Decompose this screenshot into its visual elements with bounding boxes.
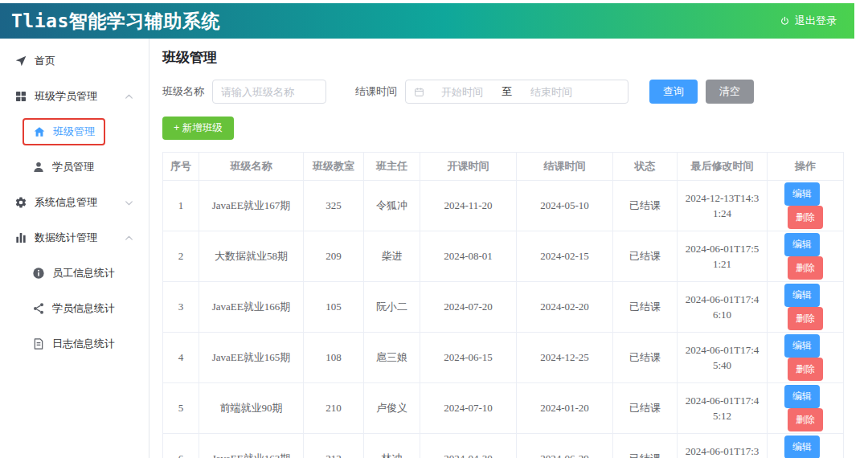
cell-end-date: 2024-02-15 [517, 231, 613, 282]
bar-chart-icon [14, 231, 27, 244]
delete-button[interactable]: 删除 [788, 307, 823, 330]
sidebar-item-label: 学员信息统计 [52, 301, 115, 316]
cell-class-name: 大数据就业58期 [199, 231, 304, 282]
cell-actions: 编辑删除 [768, 434, 844, 458]
cell-status: 已结课 [613, 333, 678, 383]
edit-button[interactable]: 编辑 [784, 233, 820, 256]
col-header-no: 序号 [163, 153, 199, 181]
sidebar-item-employee-stats[interactable]: 员工信息统计 [0, 256, 149, 291]
cell-status: 已结课 [613, 231, 678, 282]
col-header-start-date: 开课时间 [420, 153, 517, 181]
cell-start-date: 2024-07-20 [420, 282, 517, 333]
delete-button[interactable]: 删除 [788, 206, 823, 229]
cell-actions: 编辑删除 [768, 181, 844, 231]
edit-button[interactable]: 编辑 [784, 334, 820, 358]
col-header-classroom: 班级教室 [304, 153, 364, 181]
cell-actions: 编辑删除 [768, 383, 844, 434]
cell-no: 6 [163, 434, 199, 458]
sidebar-item-label: 班级管理 [53, 125, 95, 139]
table-row: 3 JavaEE就业166期 105 阮小二 2024-07-20 2024-0… [163, 282, 844, 333]
calendar-icon [414, 87, 424, 97]
power-icon [780, 16, 790, 27]
cell-actions: 编辑删除 [768, 231, 844, 282]
delete-button[interactable]: 删除 [788, 358, 823, 381]
share-icon [32, 302, 45, 315]
cell-end-date: 2024-01-20 [517, 383, 613, 434]
cell-status: 已结课 [613, 434, 678, 458]
sidebar-item-class-mgmt[interactable]: 班级管理 [0, 114, 149, 149]
info-icon [32, 267, 45, 280]
edit-button[interactable]: 编辑 [784, 182, 820, 206]
delete-button[interactable]: 删除 [788, 408, 823, 431]
sidebar-group-data-stats-mgmt[interactable]: 数据统计管理 [0, 220, 149, 256]
delete-button[interactable]: 删除 [788, 256, 823, 280]
clear-button[interactable]: 清空 [706, 80, 754, 104]
cell-classroom: 325 [304, 181, 364, 231]
cell-teacher: 令狐冲 [364, 181, 420, 231]
col-header-end-date: 结课时间 [517, 153, 613, 181]
cell-actions: 编辑删除 [768, 282, 844, 333]
app-title: Tlias智能学习辅助系统 [11, 9, 220, 34]
table-row: 1 JavaEE就业167期 325 令狐冲 2024-11-20 2024-0… [163, 181, 844, 231]
cell-teacher: 扈三娘 [364, 333, 420, 383]
sidebar-group-label: 数据统计管理 [35, 231, 97, 245]
cell-modified: 2024-06-01T17:51:21 [678, 231, 768, 282]
date-range-picker[interactable]: 至 [405, 80, 628, 104]
range-separator: 至 [497, 84, 517, 99]
query-button[interactable]: 查询 [649, 80, 698, 104]
sidebar-group-class-student-mgmt[interactable]: 班级学员管理 [0, 79, 149, 114]
logout-button[interactable]: 退出登录 [780, 14, 837, 28]
chevron-down-icon [124, 198, 134, 208]
cell-modified: 2024-06-01T17:46:10 [678, 282, 768, 333]
app-window: Tlias智能学习辅助系统 退出登录 首页 班级学员管理 [0, 3, 854, 458]
class-table: 序号 班级名称 班级教室 班主任 开课时间 结课时间 状态 最后修改时间 操作 … [162, 152, 844, 458]
table-row: 5 前端就业90期 210 卢俊义 2024-07-10 2024-01-20 … [163, 383, 844, 434]
cell-status: 已结课 [613, 181, 678, 231]
home-icon [33, 125, 46, 138]
cell-end-date: 2024-02-20 [517, 282, 613, 333]
edit-button[interactable]: 编辑 [784, 436, 820, 458]
cell-no: 1 [163, 181, 199, 231]
sidebar-item-label: 学员管理 [52, 160, 94, 174]
sidebar-item-label: 员工信息统计 [52, 266, 115, 280]
cell-class-name: JavaEE就业166期 [199, 282, 304, 333]
cell-class-name: 前端就业90期 [199, 383, 304, 434]
cell-teacher: 卢俊义 [364, 383, 420, 434]
cell-teacher: 林冲 [364, 434, 420, 458]
class-name-input[interactable] [212, 80, 326, 104]
add-class-button[interactable]: + 新增班级 [162, 117, 234, 140]
edit-button[interactable]: 编辑 [784, 284, 820, 307]
cell-start-date: 2024-08-01 [420, 231, 517, 282]
cell-teacher: 阮小二 [364, 282, 420, 333]
sidebar-group-system-info-mgmt[interactable]: 系统信息管理 [0, 185, 149, 220]
table-header-row: 序号 班级名称 班级教室 班主任 开课时间 结课时间 状态 最后修改时间 操作 [163, 153, 844, 181]
table-row: 4 JavaEE就业165期 108 扈三娘 2024-06-15 2024-1… [163, 333, 844, 383]
grid-icon [14, 90, 27, 103]
cell-end-date: 2024-12-25 [517, 333, 613, 383]
logout-label: 退出登录 [795, 14, 837, 28]
sidebar-item-label: 日志信息统计 [52, 337, 115, 351]
cell-classroom: 108 [304, 333, 364, 383]
top-header: Tlias智能学习辅助系统 退出登录 [0, 3, 854, 39]
start-date-input[interactable] [428, 86, 497, 98]
end-date-input[interactable] [517, 86, 586, 98]
cell-no: 3 [163, 282, 199, 333]
table-row: 2 大数据就业58期 209 柴进 2024-08-01 2024-02-15 … [163, 231, 844, 282]
sidebar-item-student-mgmt[interactable]: 学员管理 [0, 149, 149, 185]
sidebar-item-student-stats[interactable]: 学员信息统计 [0, 291, 149, 326]
chevron-up-icon [124, 233, 134, 243]
sidebar-item-log-stats[interactable]: 日志信息统计 [0, 326, 149, 362]
cell-start-date: 2024-07-10 [420, 383, 517, 434]
cell-no: 4 [163, 333, 199, 383]
filter-bar: 班级名称 结课时间 至 查询 清空 [162, 80, 844, 104]
cell-modified: 2024-06-01T17:45:12 [678, 383, 768, 434]
cell-modified: 2024-12-13T14:31:24 [678, 181, 768, 231]
gear-icon [14, 196, 27, 209]
page-title: 班级管理 [162, 48, 844, 67]
edit-button[interactable]: 编辑 [784, 385, 820, 408]
sidebar-item-home[interactable]: 首页 [0, 43, 149, 79]
cell-actions: 编辑删除 [768, 333, 844, 383]
cell-end-date: 2024-06-29 [517, 434, 613, 458]
cell-start-date: 2024-04-30 [420, 434, 517, 458]
cell-no: 2 [163, 231, 199, 282]
